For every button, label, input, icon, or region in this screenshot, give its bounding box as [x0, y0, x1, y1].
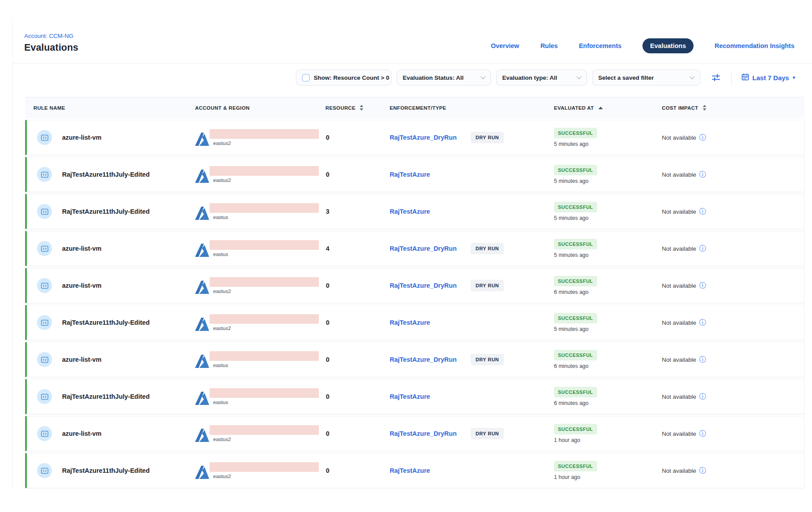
- info-icon[interactable]: ⓘ: [699, 282, 706, 289]
- info-icon[interactable]: ⓘ: [699, 393, 706, 400]
- account-info: eastus2: [210, 462, 319, 479]
- account-region-cell: eastus2: [195, 127, 325, 148]
- enforcement-cell: RajTestAzure_DryRun DRY RUN: [390, 243, 554, 254]
- rule-icon: [37, 204, 52, 219]
- account-region-cell: eastus2: [195, 423, 325, 444]
- enforcement-link[interactable]: RajTestAzure: [390, 393, 430, 400]
- account-info: eastus: [210, 351, 319, 368]
- column-header-cost-impact[interactable]: COST IMPACT: [662, 105, 805, 111]
- rule-name-cell: RajTestAzure11thJuly-Edited: [27, 315, 195, 330]
- dry-run-badge: DRY RUN: [471, 132, 504, 143]
- sort-icon[interactable]: [703, 105, 706, 111]
- resource-count: 0: [325, 282, 390, 289]
- enforcement-link[interactable]: RajTestAzure: [390, 171, 430, 178]
- account-info: eastus2: [210, 425, 319, 442]
- info-icon[interactable]: ⓘ: [699, 171, 706, 178]
- rule-name: azure-list-vm: [62, 245, 101, 252]
- region-label: eastus: [213, 363, 319, 368]
- rule-name: RajTestAzure11thJuly-Edited: [62, 171, 150, 178]
- account-info: eastus: [210, 203, 319, 220]
- azure-icon: [195, 466, 210, 481]
- evaluation-status-select[interactable]: Evaluation Status: All: [397, 70, 491, 85]
- region-label: eastus2: [213, 437, 319, 442]
- azure-icon: [195, 170, 210, 185]
- resource-count-checkbox[interactable]: [302, 74, 310, 82]
- cost-impact-cell: Not available ⓘ: [662, 319, 804, 326]
- account-breadcrumb-link[interactable]: Account: CCM-NG: [24, 33, 78, 39]
- tab-evaluations[interactable]: Evaluations: [642, 38, 693, 53]
- column-header-evaluated-at[interactable]: EVALUATED AT: [554, 105, 662, 111]
- rule-name: RajTestAzure11thJuly-Edited: [62, 208, 150, 215]
- info-icon[interactable]: ⓘ: [699, 467, 706, 474]
- enforcement-link[interactable]: RajTestAzure: [390, 467, 430, 474]
- table-row[interactable]: azure-list-vm eastus2 0 RajTestAzure_Dry…: [25, 268, 805, 303]
- date-range-value: Last 7 Days: [753, 74, 789, 82]
- sort-ascending-icon[interactable]: [598, 107, 603, 109]
- enforcement-link[interactable]: RajTestAzure: [390, 319, 430, 326]
- table-row[interactable]: RajTestAzure11thJuly-Edited eastus2 0 Ra…: [25, 453, 805, 488]
- resource-count-label: Show: Resource Count > 0: [314, 74, 389, 81]
- redacted-account-name: [210, 166, 319, 176]
- table-row[interactable]: azure-list-vm eastus2 0 RajTestAzure_Dry…: [25, 416, 805, 451]
- azure-icon: [195, 244, 210, 259]
- rule-name-cell: azure-list-vm: [27, 130, 195, 145]
- enforcement-link[interactable]: RajTestAzure_DryRun: [390, 245, 457, 252]
- resource-count: 0: [325, 356, 390, 363]
- info-icon[interactable]: ⓘ: [699, 430, 706, 437]
- info-icon[interactable]: ⓘ: [699, 245, 706, 252]
- enforcement-cell: RajTestAzure: [390, 208, 554, 215]
- evaluated-at-cell: SUCCESSFUL 5 minutes ago: [554, 313, 662, 332]
- resource-count: 0: [325, 430, 390, 437]
- account-region-cell: eastus2: [195, 164, 325, 185]
- tab-enforcements[interactable]: Enforcements: [579, 42, 622, 49]
- info-icon[interactable]: ⓘ: [699, 134, 706, 141]
- evaluated-at-cell: SUCCESSFUL 6 minutes ago: [554, 387, 662, 406]
- account-region-cell: eastus: [195, 201, 325, 222]
- date-range-picker[interactable]: Last 7 Days ▾: [742, 73, 795, 82]
- azure-icon: [195, 207, 210, 222]
- info-icon[interactable]: ⓘ: [699, 356, 706, 363]
- table-row[interactable]: azure-list-vm eastus2 0 RajTestAzure_Dry…: [25, 120, 805, 155]
- evaluated-at-cell: SUCCESSFUL 5 minutes ago: [554, 165, 662, 184]
- enforcement-link[interactable]: RajTestAzure: [390, 208, 430, 215]
- info-icon[interactable]: ⓘ: [699, 208, 706, 215]
- enforcement-link[interactable]: RajTestAzure_DryRun: [390, 134, 457, 141]
- rule-name-cell: azure-list-vm: [27, 352, 195, 367]
- azure-icon: [195, 133, 210, 148]
- redacted-account-name: [210, 462, 319, 472]
- table-row[interactable]: RajTestAzure11thJuly-Edited eastus 0 Raj…: [25, 379, 805, 414]
- enforcement-link[interactable]: RajTestAzure_DryRun: [390, 282, 457, 289]
- evaluated-timestamp: 6 minutes ago: [554, 400, 589, 406]
- tab-rules[interactable]: Rules: [540, 42, 558, 49]
- filter-adjustments-icon[interactable]: [711, 73, 721, 82]
- table-row[interactable]: RajTestAzure11thJuly-Edited eastus2 0 Ra…: [25, 157, 805, 192]
- evaluation-type-select[interactable]: Evaluation type: All: [496, 70, 587, 85]
- resource-count-filter[interactable]: Show: Resource Count > 0: [296, 70, 391, 85]
- enforcement-link[interactable]: RajTestAzure_DryRun: [390, 356, 457, 363]
- rule-name: azure-list-vm: [62, 356, 101, 363]
- enforcement-link[interactable]: RajTestAzure_DryRun: [390, 430, 457, 437]
- redacted-account-name: [210, 240, 319, 250]
- saved-filter-select[interactable]: Select a saved filter: [592, 70, 700, 85]
- info-icon[interactable]: ⓘ: [699, 319, 706, 326]
- status-badge: SUCCESSFUL: [554, 276, 597, 286]
- sort-icon[interactable]: [360, 105, 363, 111]
- status-badge: SUCCESSFUL: [554, 313, 597, 323]
- rule-name-cell: azure-list-vm: [27, 426, 195, 441]
- chevron-down-icon: [690, 74, 694, 79]
- tab-overview[interactable]: Overview: [491, 42, 520, 49]
- column-header-rule-name: RULE NAME: [25, 105, 195, 111]
- status-badge: SUCCESSFUL: [554, 461, 597, 471]
- table-row[interactable]: RajTestAzure11thJuly-Edited eastus2 0 Ra…: [25, 305, 805, 340]
- tab-recommendation-insights[interactable]: Recommendation Insights: [715, 42, 794, 49]
- table-row[interactable]: azure-list-vm eastus 4 RajTestAzure_DryR…: [25, 231, 805, 266]
- column-header-enforcement-type: ENFORCEMENT/TYPE: [390, 105, 554, 111]
- table-row[interactable]: RajTestAzure11thJuly-Edited eastus 3 Raj…: [25, 194, 805, 229]
- rule-icon: [37, 463, 52, 478]
- page-header-left: Account: CCM-NG Evaluations: [24, 33, 78, 53]
- resource-count: 3: [325, 208, 390, 215]
- column-header-resource[interactable]: RESOURCE: [325, 105, 390, 111]
- table-row[interactable]: azure-list-vm eastus 0 RajTestAzure_DryR…: [25, 342, 805, 377]
- cost-impact-cell: Not available ⓘ: [662, 171, 804, 178]
- dry-run-badge: DRY RUN: [471, 280, 504, 291]
